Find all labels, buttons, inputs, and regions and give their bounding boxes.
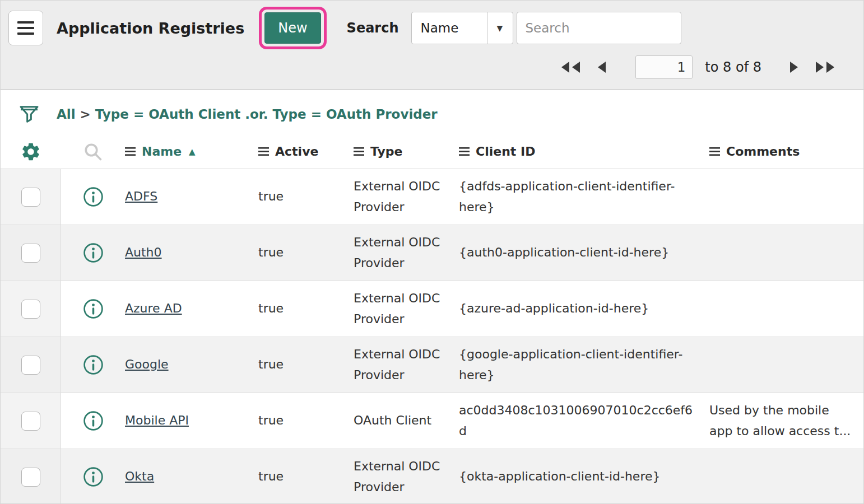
row-select-cell (1, 337, 61, 393)
column-menu-icon (459, 147, 470, 156)
table-row: Azure AD true External OIDC Provider {az… (1, 281, 863, 337)
column-menu-icon (354, 147, 364, 156)
row-info-cell (61, 466, 125, 487)
cell-type: External OIDC Provider (354, 176, 459, 218)
record-link[interactable]: Okta (125, 469, 154, 483)
page-title: Application Registries (57, 20, 244, 37)
row-select-cell (1, 169, 61, 225)
list-column-header-row: Name ▲ Active Type Client ID Comments (1, 134, 863, 169)
previous-page-button[interactable] (595, 60, 608, 74)
row-info-cell (61, 298, 125, 319)
row-select-cell (1, 393, 61, 449)
pagination: to 8 of 8 (8, 49, 852, 86)
search-label: Search (347, 20, 399, 36)
row-checkbox[interactable] (21, 468, 40, 487)
cell-client-id: {azure-ad-application-id-here} (459, 298, 709, 319)
filter-row: All>Type = OAuth Client .or. Type = OAut… (1, 90, 863, 134)
cell-active: true (258, 466, 354, 487)
breadcrumb-separator: > (80, 107, 91, 122)
row-info-cell (61, 410, 125, 431)
table-row: Mobile API true OAuth Client ac0dd3408c1… (1, 393, 863, 449)
cell-active: true (258, 410, 354, 431)
new-button[interactable]: New (264, 12, 320, 44)
cell-client-id: {auth0-application-client-id-here} (459, 242, 709, 263)
cell-active: true (258, 298, 354, 319)
cell-active: true (258, 354, 354, 375)
first-page-button[interactable] (558, 60, 583, 74)
info-icon[interactable] (83, 298, 104, 319)
row-checkbox[interactable] (21, 412, 40, 431)
row-info-cell (61, 186, 125, 207)
breadcrumb-all-link[interactable]: All (57, 107, 76, 122)
cell-active: true (258, 186, 354, 207)
cell-active: true (258, 242, 354, 263)
column-header-comments[interactable]: Comments (709, 144, 863, 158)
info-icon[interactable] (83, 186, 104, 207)
cell-client-id: {okta-application-client-id-here} (459, 466, 709, 487)
row-checkbox[interactable] (21, 244, 40, 263)
hamburger-icon (17, 21, 34, 35)
column-header-type[interactable]: Type (354, 144, 459, 158)
table-row: Okta true External OIDC Provider {okta-a… (1, 449, 863, 504)
cell-comments: Used by the mobile app to allow access t… (709, 400, 863, 442)
cell-type: External OIDC Provider (354, 288, 459, 330)
row-info-cell (61, 242, 125, 263)
search-input[interactable] (517, 12, 681, 44)
info-icon[interactable] (83, 466, 104, 487)
column-header-name[interactable]: Name ▲ (125, 144, 258, 158)
breadcrumb-filter-condition-link[interactable]: Type = OAuth Client .or. Type = OAuth Pr… (95, 107, 438, 122)
top-bar: Application Registries New Search Name ▼… (1, 1, 863, 90)
table-row: Google true External OIDC Provider {goog… (1, 337, 863, 393)
sort-ascending-icon: ▲ (189, 147, 196, 157)
record-link[interactable]: ADFS (125, 189, 157, 203)
info-icon[interactable] (83, 354, 104, 375)
column-menu-icon (258, 147, 269, 156)
row-checkbox[interactable] (21, 356, 40, 375)
filter-funnel-icon[interactable] (17, 103, 41, 125)
table-row: ADFS true External OIDC Provider {adfds-… (1, 169, 863, 225)
row-info-cell (61, 354, 125, 375)
row-checkbox[interactable] (21, 188, 40, 207)
column-menu-icon (125, 147, 136, 156)
pagination-range-label: to 8 of 8 (705, 59, 761, 75)
hamburger-menu-button[interactable] (8, 11, 43, 45)
row-select-cell (1, 449, 61, 504)
page-number-input[interactable] (635, 55, 693, 79)
chevron-down-icon: ▼ (487, 12, 513, 44)
row-select-cell (1, 225, 61, 281)
cell-client-id: {adfds-application-client-identifier-her… (459, 176, 709, 218)
row-select-cell (1, 281, 61, 337)
record-link[interactable]: Mobile API (125, 413, 189, 427)
cell-type: External OIDC Provider (354, 456, 459, 498)
list-body: ADFS true External OIDC Provider {adfds-… (1, 169, 863, 504)
breadcrumb: All>Type = OAuth Client .or. Type = OAut… (57, 107, 438, 122)
record-link[interactable]: Auth0 (125, 245, 162, 259)
cell-type: External OIDC Provider (354, 344, 459, 386)
cell-client-id: ac0dd3408c1031006907010c2cc6ef6d (459, 400, 709, 442)
row-checkbox[interactable] (21, 300, 40, 319)
info-icon[interactable] (83, 242, 104, 263)
cell-client-id: {google-application-client-identifier-he… (459, 344, 709, 386)
column-search-icon[interactable] (83, 142, 103, 162)
record-link[interactable]: Google (125, 357, 169, 371)
last-page-icon (814, 61, 837, 73)
next-page-button[interactable] (787, 60, 801, 74)
previous-page-icon (596, 61, 607, 73)
search-column-select[interactable]: Name ▼ (411, 12, 513, 44)
cell-type: External OIDC Provider (354, 232, 459, 274)
cell-type: OAuth Client (354, 410, 459, 431)
search-column-selected-value: Name (412, 21, 487, 35)
column-menu-icon (709, 147, 720, 156)
next-page-icon (788, 61, 800, 73)
first-page-icon (559, 61, 582, 73)
record-link[interactable]: Azure AD (125, 301, 182, 315)
column-header-active[interactable]: Active (258, 144, 354, 158)
column-header-client-id[interactable]: Client ID (459, 144, 709, 158)
table-row: Auth0 true External OIDC Provider {auth0… (1, 225, 863, 281)
list-settings-gear-icon[interactable] (20, 141, 41, 162)
info-icon[interactable] (83, 410, 104, 431)
last-page-button[interactable] (813, 60, 838, 74)
